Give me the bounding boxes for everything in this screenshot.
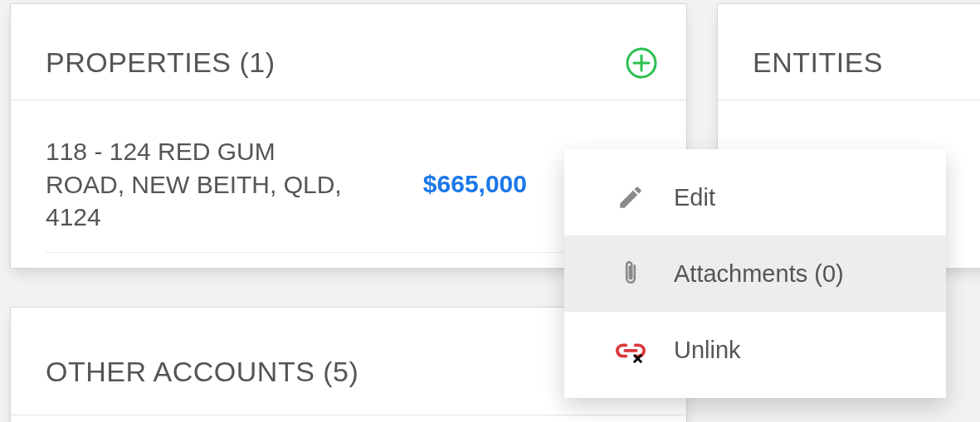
properties-header: PROPERTIES (1)	[11, 4, 686, 100]
entities-title: ENTITIES	[753, 46, 883, 79]
menu-item-attachments-label: Attachments (0)	[674, 260, 844, 288]
menu-item-edit-label: Edit	[674, 184, 715, 211]
menu-item-unlink-label: Unlink	[674, 337, 741, 364]
add-property-button[interactable]	[625, 46, 658, 80]
paperclip-icon	[614, 259, 647, 289]
other-accounts-title: OTHER ACCOUNTS (5)	[46, 356, 358, 388]
unlink-icon	[614, 337, 647, 363]
menu-item-attachments[interactable]: Attachments (0)	[564, 235, 946, 312]
context-menu: Edit Attachments (0) Un	[564, 149, 946, 398]
property-address: 118 - 124 RED GUM ROAD, NEW BEITH, QLD, …	[46, 135, 361, 234]
plus-circle-icon	[625, 46, 658, 80]
menu-item-unlink[interactable]: Unlink	[564, 312, 946, 388]
properties-title: PROPERTIES (1)	[46, 46, 275, 79]
property-row[interactable]: 118 - 124 RED GUM ROAD, NEW BEITH, QLD, …	[46, 119, 651, 253]
entities-header: ENTITIES	[718, 4, 980, 100]
pencil-icon	[614, 183, 647, 211]
menu-item-edit[interactable]: Edit	[564, 159, 946, 235]
